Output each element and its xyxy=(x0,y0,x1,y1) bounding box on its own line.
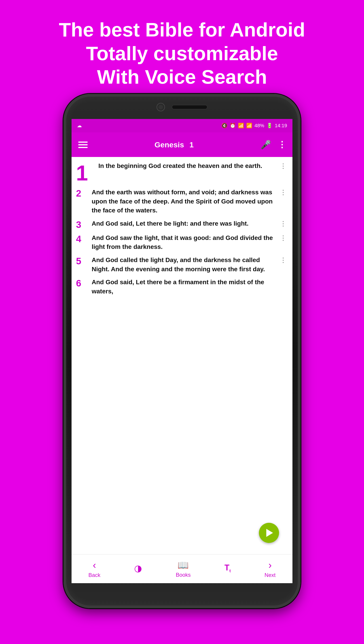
more-options-icon[interactable]: ⋮ xyxy=(278,140,286,150)
verse-number-2: 2 xyxy=(76,189,92,198)
phone-screen: ☁ 🔇 ⏰ 📶 📶 48% 🔋 14:19 xyxy=(72,119,292,583)
verse-3: 3 And God said, Let there be light: and … xyxy=(76,219,286,230)
verse-number-6: 6 xyxy=(76,278,92,288)
menu-line2 xyxy=(78,144,88,145)
verse-1: 1 In the beginning God created the heave… xyxy=(76,162,286,184)
status-app-icon: ☁ xyxy=(77,123,82,128)
verse-5-more[interactable]: ⋮ xyxy=(280,256,286,264)
back-label: Back xyxy=(88,572,100,578)
nav-font[interactable]: Tt xyxy=(224,563,231,575)
status-bar: ☁ 🔇 ⏰ 📶 📶 48% 🔋 14:19 xyxy=(72,119,292,132)
verse-text-4: And God saw the light, that it was good:… xyxy=(92,234,280,252)
verse-text-3: And God said, Let there be light: and th… xyxy=(92,219,280,228)
nav-next[interactable]: › Next xyxy=(264,560,276,578)
book-title[interactable]: Genesis xyxy=(154,140,184,149)
verse-4-more[interactable]: ⋮ xyxy=(280,234,286,242)
verse-4: 4 And God saw the light, that it was goo… xyxy=(76,234,286,252)
nav-books[interactable]: 📖 Books xyxy=(176,560,191,578)
verse-text-6: And God said, Let there be a firmament i… xyxy=(92,278,286,296)
headline: The best Bible for Android Totally custo… xyxy=(0,18,364,89)
headline-line3: With Voice Search xyxy=(14,65,350,89)
verse-number-4: 4 xyxy=(76,234,92,244)
battery-icon: 🔋 xyxy=(266,123,272,128)
toolbar-title-area: Genesis 1 xyxy=(154,140,194,149)
next-label: Next xyxy=(264,572,276,578)
phone-body: ☁ 🔇 ⏰ 📶 📶 48% 🔋 14:19 xyxy=(64,94,300,608)
play-icon xyxy=(266,529,273,537)
verse-3-more[interactable]: ⋮ xyxy=(280,219,286,228)
nav-back[interactable]: ‹ Back xyxy=(88,560,100,578)
mute-icon: 🔇 xyxy=(221,123,228,128)
alarm-icon: ⏰ xyxy=(230,123,236,128)
app-toolbar: Genesis 1 🎤 ⋮ xyxy=(72,132,292,157)
time-display: 14:19 xyxy=(275,123,287,128)
wifi-icon: 📶 xyxy=(238,123,244,128)
status-right: 🔇 ⏰ 📶 📶 48% 🔋 14:19 xyxy=(221,123,287,128)
books-icon: 📖 xyxy=(178,560,189,570)
battery-percent: 48% xyxy=(254,123,264,128)
brightness-icon: ◑ xyxy=(134,563,142,573)
microphone-icon[interactable]: 🎤 xyxy=(260,140,271,150)
headline-line2: Totally customizable xyxy=(14,42,350,65)
verse-6: 6 And God said, Let there be a firmament… xyxy=(76,278,286,296)
books-label: Books xyxy=(176,572,191,578)
headline-line1: The best Bible for Android xyxy=(14,18,350,42)
signal-icon: 📶 xyxy=(246,123,252,128)
toolbar-right: 🎤 ⋮ xyxy=(260,140,286,150)
verse-5: 5 And God called the light Day, and the … xyxy=(76,256,286,274)
verse-text-5: And God called the light Day, and the da… xyxy=(92,256,280,274)
phone-top xyxy=(156,103,208,111)
phone-wrapper: ☁ 🔇 ⏰ 📶 📶 48% 🔋 14:19 xyxy=(64,94,300,608)
menu-line3 xyxy=(78,147,88,148)
verse-text-1: In the beginning God created the heaven … xyxy=(98,162,280,170)
play-button[interactable] xyxy=(259,523,279,543)
next-chevron-icon: › xyxy=(268,560,272,571)
phone-speaker xyxy=(172,105,208,109)
font-size-icon: Tt xyxy=(224,563,231,573)
verse-2-more[interactable]: ⋮ xyxy=(280,188,286,196)
nav-brightness[interactable]: ◑ xyxy=(134,563,142,575)
verse-number-5: 5 xyxy=(76,256,92,266)
phone-camera xyxy=(156,103,165,111)
verse-2: 2 And the earth was without form, and vo… xyxy=(76,188,286,215)
bible-content: 1 In the beginning God created the heave… xyxy=(72,157,292,554)
status-left: ☁ xyxy=(77,123,82,128)
bottom-nav: ‹ Back ◑ 📖 Books Tt › Next xyxy=(72,554,292,583)
verse-1-more[interactable]: ⋮ xyxy=(280,162,286,170)
verse-text-2: And the earth was without form, and void… xyxy=(92,188,280,215)
chapter-number[interactable]: 1 xyxy=(190,140,194,149)
menu-line1 xyxy=(78,142,88,143)
back-chevron-icon: ‹ xyxy=(93,560,96,571)
verse-number-3: 3 xyxy=(76,220,92,230)
menu-button[interactable] xyxy=(78,142,88,148)
verse-number-1: 1 xyxy=(76,162,98,184)
